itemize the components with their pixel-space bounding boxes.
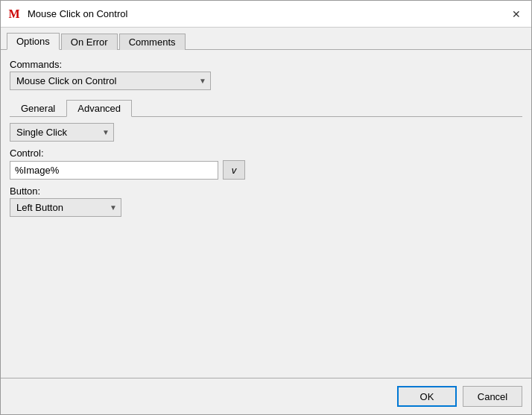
tab-options[interactable]: Options <box>7 33 60 50</box>
button-dropdown-wrapper: Left ButtonRight ButtonMiddle Button ▼ <box>10 198 121 217</box>
variable-button[interactable]: v <box>223 160 245 180</box>
click-type-field: Single ClickDouble ClickRight Click ▼ <box>10 123 522 142</box>
dialog-title: Mouse Click on Control <box>28 8 127 19</box>
control-label: Control: <box>10 148 522 159</box>
inner-tab-advanced[interactable]: Advanced <box>66 100 132 117</box>
commands-dropdown-wrapper: Mouse Click on Control ▼ <box>10 72 211 90</box>
control-row: v <box>10 160 522 180</box>
footer: OK Cancel <box>1 378 531 414</box>
close-button[interactable]: ✕ <box>507 5 525 23</box>
click-type-dropdown[interactable]: Single ClickDouble ClickRight Click <box>10 123 114 142</box>
ok-button[interactable]: OK <box>397 386 457 407</box>
dialog: M Mouse Click on Control ✕ Options On Er… <box>0 0 532 415</box>
app-icon: M <box>7 7 22 22</box>
control-input[interactable] <box>10 161 218 180</box>
commands-label: Commands: <box>10 59 522 70</box>
spacer <box>10 223 522 369</box>
title-bar: M Mouse Click on Control ✕ <box>1 1 531 28</box>
main-tab-bar: Options On Error Comments <box>1 28 531 50</box>
content-area: Commands: Mouse Click on Control ▼ Gener… <box>1 50 531 378</box>
click-type-dropdown-wrapper: Single ClickDouble ClickRight Click ▼ <box>10 123 114 142</box>
tab-on-error[interactable]: On Error <box>61 34 118 50</box>
inner-tab-bar: General Advanced <box>10 99 522 117</box>
cancel-button[interactable]: Cancel <box>463 386 522 407</box>
button-dropdown[interactable]: Left ButtonRight ButtonMiddle Button <box>10 198 121 217</box>
inner-tab-general[interactable]: General <box>10 100 66 117</box>
commands-dropdown[interactable]: Mouse Click on Control <box>10 72 211 90</box>
commands-field: Commands: Mouse Click on Control ▼ <box>10 59 522 90</box>
button-field: Button: Left ButtonRight ButtonMiddle Bu… <box>10 186 522 217</box>
title-bar-left: M Mouse Click on Control <box>7 7 127 22</box>
control-field: Control: v <box>10 148 522 180</box>
button-label: Button: <box>10 186 522 197</box>
tab-comments[interactable]: Comments <box>119 34 186 50</box>
